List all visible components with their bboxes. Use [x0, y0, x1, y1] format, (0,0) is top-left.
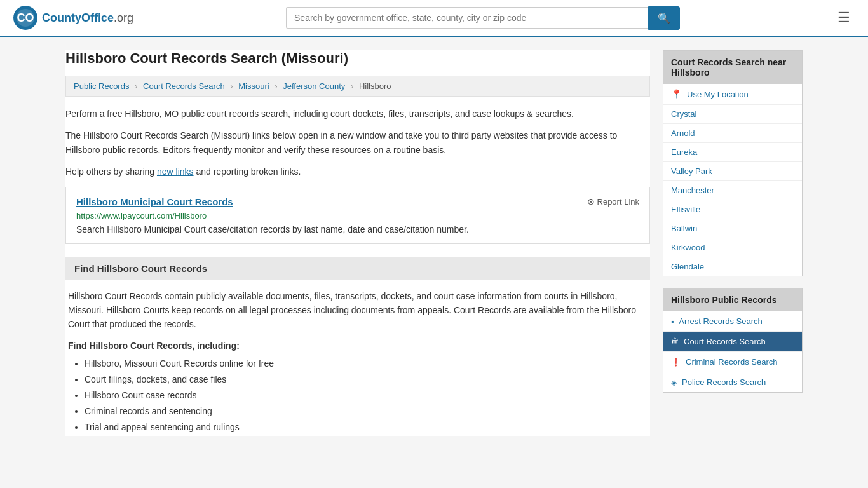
use-my-location-item[interactable]: 📍 Use My Location [663, 84, 802, 105]
list-item: Trial and appeal sentencing and rulings [85, 419, 650, 435]
record-type-icon: ◈ [671, 378, 677, 387]
search-area: 🔍 [286, 6, 680, 30]
list-item: Court filings, dockets, and case files [85, 372, 650, 388]
breadcrumb-hillsboro: Hillsboro [359, 81, 391, 91]
description-1: Perform a free Hillsboro, MO public cour… [65, 107, 650, 121]
link-card-url[interactable]: https://www.ipaycourt.com/Hillsboro [76, 211, 639, 220]
nearby-item[interactable]: Ellisville [663, 200, 802, 219]
nearby-item[interactable]: Manchester [663, 181, 802, 200]
list-item: Hillsboro, Missouri Court Records online… [85, 356, 650, 372]
nearby-item[interactable]: Eureka [663, 143, 802, 162]
header: CO CountyOffice.org 🔍 ☰ [0, 0, 868, 37]
record-type-icon: ❗ [671, 358, 681, 367]
public-records-item-label: Police Records Search [682, 377, 766, 387]
public-records-item[interactable]: ◈Police Records Search [663, 372, 802, 392]
breadcrumb-court-records-search[interactable]: Court Records Search [143, 81, 225, 91]
logo-text: CountyOffice.org [42, 11, 133, 25]
nearby-item[interactable]: Kirkwood [663, 238, 802, 257]
report-link-button[interactable]: ⊗ Report Link [587, 196, 639, 207]
record-type-icon: 🏛 [671, 337, 679, 346]
description-2: The Hillsboro Court Records Search (Miss… [65, 128, 650, 157]
public-records-title: Hillsboro Public Records [663, 288, 802, 311]
search-input[interactable] [286, 7, 648, 29]
record-type-icon: ▪ [671, 317, 674, 326]
location-icon: 📍 [671, 89, 682, 99]
nearby-list: CrystalArnoldEurekaValley ParkManchester… [663, 105, 802, 276]
list-item: Criminal records and sentencing [85, 403, 650, 419]
nearby-item[interactable]: Arnold [663, 124, 802, 143]
sidebar: Court Records Search near Hillsboro 📍 Us… [663, 50, 803, 436]
nearby-card: Court Records Search near Hillsboro 📍 Us… [663, 50, 803, 276]
link-card-title[interactable]: Hillsboro Municipal Court Records [76, 196, 233, 207]
link-card-description: Search Hillsboro Municipal Court case/ci… [76, 224, 639, 234]
public-records-item[interactable]: ❗Criminal Records Search [663, 352, 802, 372]
nearby-section-title: Court Records Search near Hillsboro [663, 51, 802, 84]
public-records-list: ▪Arrest Records Search🏛Court Records Sea… [663, 311, 802, 392]
description-3: Help others by sharing new links and rep… [65, 165, 650, 179]
page-title: Hillsboro Court Records Search (Missouri… [65, 50, 650, 67]
link-card-header: Hillsboro Municipal Court Records ⊗ Repo… [76, 196, 639, 207]
public-records-item[interactable]: 🏛Court Records Search [663, 332, 802, 352]
svg-text:CO: CO [17, 11, 34, 24]
nearby-item[interactable]: Ballwin [663, 219, 802, 238]
logo-area: CO CountyOffice.org [13, 5, 133, 30]
main-container: Hillsboro Court Records Search (Missouri… [53, 37, 815, 449]
public-records-item-label: Arrest Records Search [679, 316, 763, 326]
public-records-item[interactable]: ▪Arrest Records Search [663, 311, 802, 332]
link-card: Hillsboro Municipal Court Records ⊗ Repo… [65, 187, 650, 244]
nearby-item[interactable]: Valley Park [663, 162, 802, 181]
public-records-card: Hillsboro Public Records ▪Arrest Records… [663, 288, 803, 393]
breadcrumb-jefferson-county[interactable]: Jefferson County [283, 81, 345, 91]
logo-icon: CO [13, 5, 38, 30]
breadcrumb-missouri[interactable]: Missouri [238, 81, 269, 91]
public-records-item-label: Court Records Search [684, 337, 766, 346]
find-list-heading: Find Hillsboro Court Records, including: [65, 341, 650, 351]
content-area: Hillsboro Court Records Search (Missouri… [65, 50, 650, 436]
search-button[interactable]: 🔍 [648, 6, 680, 30]
find-section-heading: Find Hillsboro Court Records [65, 257, 650, 280]
report-icon: ⊗ [587, 196, 595, 207]
new-links-link[interactable]: new links [157, 166, 194, 177]
list-item: Hillsboro Court case records [85, 388, 650, 403]
public-records-item-label: Criminal Records Search [686, 357, 778, 367]
breadcrumb: Public Records › Court Records Search › … [65, 76, 650, 97]
menu-button[interactable]: ☰ [832, 7, 855, 29]
nearby-item[interactable]: Crystal [663, 105, 802, 124]
find-records-list: Hillsboro, Missouri Court Records online… [65, 356, 650, 436]
breadcrumb-public-records[interactable]: Public Records [74, 81, 129, 91]
nearby-item[interactable]: Glendale [663, 257, 802, 276]
find-section-body: Hillsboro Court Records contain publicly… [65, 289, 650, 332]
